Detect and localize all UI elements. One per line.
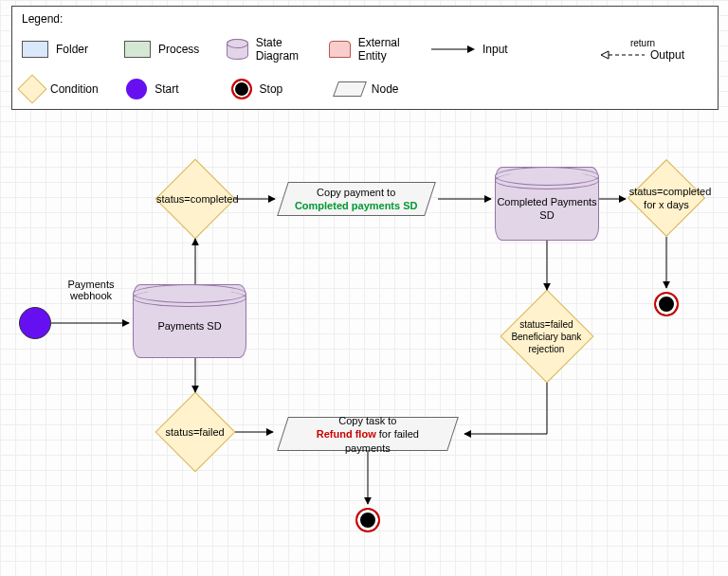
completed-sd-cylinder[interactable]: Completed Payments SD [495, 167, 599, 241]
cond-completed-days[interactable]: status=completedfor x days [628, 159, 705, 237]
start-node[interactable] [19, 307, 51, 339]
copy-task-node[interactable]: Copy task toRefund flow for failed payme… [277, 417, 459, 451]
payments-sd-label: Payments SD [157, 319, 221, 333]
edge-label-webhook: Payments webhook [53, 279, 129, 301]
cond-failed[interactable]: status=failed [155, 392, 236, 473]
copy-payment-node[interactable]: Copy payment toCompleted payments SD [277, 182, 436, 216]
payments-sd-cylinder[interactable]: Payments SD [133, 284, 246, 358]
diagram-canvas[interactable]: Payments webhook Payments SD Completed P… [0, 0, 728, 576]
cond-completed[interactable]: status=completed [155, 159, 236, 240]
cond-bank-rejection[interactable]: status=failedBeneficiary bankrejection [500, 290, 594, 384]
stop-node-completed[interactable] [654, 292, 679, 316]
stop-node-refund[interactable] [355, 508, 380, 532]
completed-sd-label: Completed Payments SD [496, 195, 598, 223]
